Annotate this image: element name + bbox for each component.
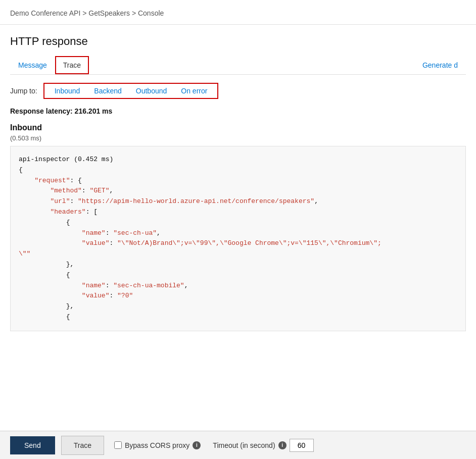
jump-to-label: Jump to: bbox=[10, 87, 37, 95]
timeout-input[interactable] bbox=[290, 439, 314, 452]
generate-link[interactable]: Generate d bbox=[414, 56, 466, 74]
timeout-label: Timeout (in second) bbox=[213, 441, 275, 449]
bypass-cors-group: Bypass CORS proxy i bbox=[114, 441, 201, 449]
inbound-section-subtitle: (0.503 ms) bbox=[10, 134, 466, 142]
jump-to-links-container: Inbound Backend Outbound On error bbox=[43, 83, 219, 99]
trace-button[interactable]: Trace bbox=[61, 436, 104, 455]
tab-message[interactable]: Message bbox=[10, 56, 55, 74]
bypass-cors-checkbox[interactable] bbox=[114, 441, 122, 449]
timeout-group: Timeout (in second) i bbox=[213, 439, 313, 452]
jump-link-backend[interactable]: Backend bbox=[87, 85, 128, 97]
breadcrumb: Demo Conference API > GetSpeakers > Cons… bbox=[0, 0, 476, 25]
breadcrumb-separator-2: > bbox=[132, 9, 138, 17]
page-title: HTTP response bbox=[10, 35, 466, 48]
jump-link-on-error[interactable]: On error bbox=[174, 85, 214, 97]
bypass-cors-label: Bypass CORS proxy bbox=[125, 441, 189, 449]
jump-link-outbound[interactable]: Outbound bbox=[129, 85, 174, 97]
content-area: Jump to: Inbound Backend Outbound On err… bbox=[0, 75, 476, 339]
page-header: HTTP response Message Trace Generate d bbox=[0, 25, 476, 75]
breadcrumb-part-1[interactable]: Demo Conference API bbox=[10, 9, 80, 17]
breadcrumb-separator-1: > bbox=[82, 9, 88, 17]
code-block: api-inspector (0.452 ms) { "request": { … bbox=[10, 146, 466, 331]
jump-to-row: Jump to: Inbound Backend Outbound On err… bbox=[10, 83, 466, 99]
timeout-info-icon[interactable]: i bbox=[278, 441, 287, 449]
breadcrumb-part-3[interactable]: Console bbox=[138, 9, 164, 17]
breadcrumb-part-2[interactable]: GetSpeakers bbox=[88, 9, 130, 17]
tab-trace[interactable]: Trace bbox=[55, 56, 89, 74]
bypass-cors-info-icon[interactable]: i bbox=[193, 441, 201, 449]
tabs-row: Message Trace Generate d bbox=[10, 56, 466, 75]
bottom-bar: Send Trace Bypass CORS proxy i Timeout (… bbox=[0, 431, 476, 459]
inbound-section-title: Inbound bbox=[10, 123, 466, 132]
response-latency: Response latency: 216.201 ms bbox=[10, 107, 466, 115]
send-button[interactable]: Send bbox=[10, 436, 55, 454]
jump-link-inbound[interactable]: Inbound bbox=[47, 85, 87, 97]
